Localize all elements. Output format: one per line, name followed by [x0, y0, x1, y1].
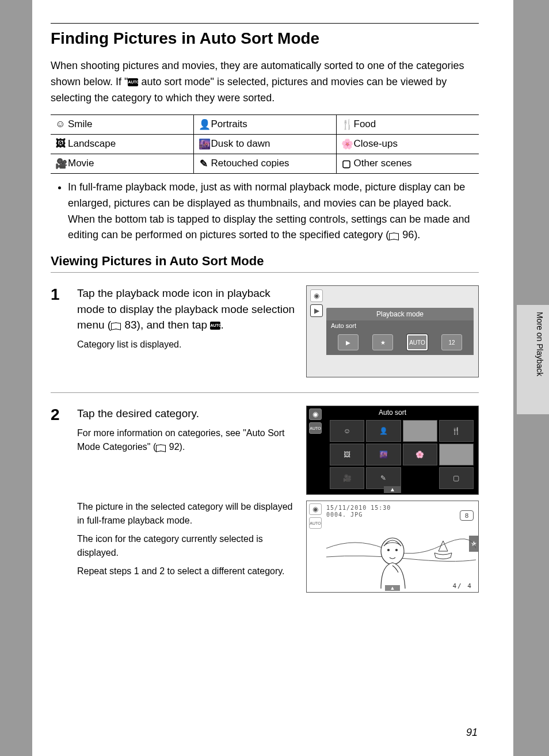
- table-row: 🎥Movie ✎Retouched copies ▢Other scenes: [51, 154, 479, 173]
- photo-illustration: [326, 518, 476, 590]
- category-other[interactable]: ▢: [439, 467, 474, 489]
- intro-paragraph: When shooting pictures and movies, they …: [51, 58, 479, 106]
- photo-info: 15/11/2010 15:30 0004. JPG: [326, 505, 391, 518]
- category-movie[interactable]: 🎥: [330, 467, 364, 489]
- category-closeups[interactable]: 🌸: [403, 444, 437, 465]
- category-portraits-thumb[interactable]: [403, 420, 437, 442]
- closeups-icon: 🌸: [341, 138, 352, 150]
- step-number: 1: [51, 285, 67, 377]
- document-page: Finding Pictures in Auto Sort Mode When …: [32, 0, 513, 756]
- table-row: ☺Smile 👤Portraits 🍴Food: [51, 114, 479, 134]
- note-item: In full-frame playback mode, just as wit…: [68, 180, 479, 244]
- step-number: 2: [51, 406, 67, 593]
- auto-tab-icon: AUTO: [309, 422, 322, 434]
- camera-tab-icon: ◉: [309, 503, 322, 515]
- auto-tab-icon: AUTO: [309, 517, 322, 529]
- retouched-icon: ✎: [199, 158, 209, 170]
- other-icon: ▢: [341, 158, 352, 170]
- category-food[interactable]: 🍴: [439, 420, 474, 442]
- screen-left-tabs: ◉ ▶: [310, 289, 323, 319]
- auto-sort-icon: AUTO: [128, 78, 138, 86]
- svg-point-2: [396, 549, 398, 551]
- section-tab-label: More on Playback: [535, 312, 544, 376]
- cell-label: Smile: [68, 119, 93, 129]
- screen-auto-sort-grid: ◉ AUTO Auto sort ☺ 👤 🍴 🖼 🌆 🌸: [306, 406, 479, 495]
- cell-label: Other scenes: [354, 158, 412, 169]
- category-dusk[interactable]: 🌆: [366, 444, 401, 465]
- cell-label: Retouched copies: [211, 158, 289, 169]
- cell-label: Close-ups: [354, 138, 398, 149]
- step-2-text: Tap the desired category.: [77, 407, 199, 419]
- cell-label: Dusk to dawn: [211, 138, 270, 149]
- mode-play-button[interactable]: ▶: [338, 334, 359, 350]
- photo-filename: 0004. JPG: [326, 511, 391, 518]
- page-number: 91: [466, 727, 478, 739]
- categories-table: ☺Smile 👤Portraits 🍴Food 🖼Landscape 🌆Dusk…: [51, 114, 479, 174]
- cell-label: Portraits: [211, 119, 247, 129]
- page-title: Finding Pictures in Auto Sort Mode: [51, 29, 479, 48]
- mode-list-by-date-button[interactable]: 12: [441, 334, 462, 350]
- cell-label: Movie: [68, 158, 94, 169]
- screen-playback-mode-menu: ◉ ▶ Playback mode Auto sort ▶ ★ AUTO 12: [306, 285, 479, 377]
- mode-auto-sort-button[interactable]: AUTO: [407, 334, 428, 350]
- step-divider: [51, 392, 479, 393]
- cell-label: Food: [354, 119, 376, 129]
- step-1-text: Tap the playback mode icon in playback m…: [77, 287, 295, 331]
- step-1: 1 Tap the playback mode icon in playback…: [51, 285, 479, 377]
- table-row: 🖼Landscape 🌆Dusk to dawn 🌸Close-ups: [51, 134, 479, 154]
- svg-point-1: [388, 549, 390, 551]
- photo-counter: 4/ 4: [453, 582, 473, 590]
- auto-sort-title: Auto sort: [307, 408, 478, 417]
- screen-full-frame-playback: ◉ AUTO 15/11/2010 15:30 0004. JPG 8 ★: [306, 501, 479, 593]
- food-icon: 🍴: [341, 119, 352, 131]
- step-1-subtext: Category list is displayed.: [77, 338, 296, 352]
- mode-favorites-button[interactable]: ★: [372, 334, 393, 350]
- mode-menu-panel: Playback mode Auto sort ▶ ★ AUTO 12: [326, 308, 474, 355]
- step-2-sub4: Repeat steps 1 and 2 to select a differe…: [77, 564, 296, 578]
- mode-menu-title: Playback mode: [326, 310, 474, 318]
- dusk-icon: 🌆: [199, 138, 209, 150]
- landscape-icon: 🖼: [55, 138, 66, 150]
- step-2-sub2: The picture in the selected category wil…: [77, 500, 296, 528]
- category-closeups-thumb[interactable]: [439, 444, 474, 465]
- camera-tab-icon: ◉: [310, 289, 323, 302]
- step-2-sub1: For more information on categories, see …: [77, 426, 296, 454]
- auto-sort-icon: AUTO: [210, 322, 220, 330]
- step-2-sub3: The icon for the category currently sele…: [77, 532, 296, 560]
- book-ref-icon: [111, 322, 121, 330]
- section-subtitle: Viewing Pictures in Auto Sort Mode: [51, 254, 479, 269]
- category-grid: ☺ 👤 🍴 🖼 🌆 🌸 🎥 ✎ ▢: [330, 420, 474, 489]
- category-smile[interactable]: ☺: [330, 420, 364, 442]
- book-ref-icon: [156, 444, 166, 452]
- category-portraits[interactable]: 👤: [366, 420, 401, 442]
- note-list: In full-frame playback mode, just as wit…: [58, 180, 479, 244]
- section-rule: [51, 272, 479, 273]
- playback-tab-icon: ▶: [310, 304, 323, 317]
- cell-label: Landscape: [68, 138, 116, 149]
- up-tab[interactable]: ▲: [385, 585, 400, 591]
- smile-icon: ☺: [55, 119, 66, 130]
- portraits-icon: 👤: [199, 119, 209, 131]
- mode-menu-subtitle: Auto sort: [326, 320, 474, 331]
- photo-date: 15/11/2010 15:30: [326, 505, 391, 511]
- title-rule: [51, 23, 479, 24]
- up-tab[interactable]: ▲: [384, 486, 401, 493]
- scene-svg: [326, 518, 476, 590]
- book-ref-icon: [389, 232, 399, 240]
- screen-left-tabs: ◉ AUTO: [309, 503, 322, 531]
- category-landscape[interactable]: 🖼: [330, 444, 364, 465]
- movie-icon: 🎥: [55, 158, 66, 170]
- step-2: 2 Tap the desired category. For more inf…: [51, 406, 479, 593]
